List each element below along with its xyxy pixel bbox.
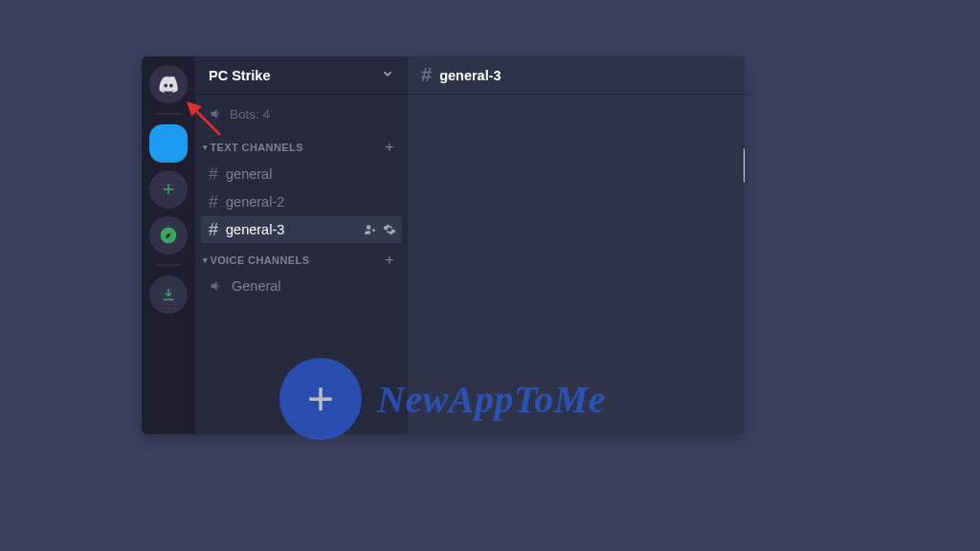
speaker-icon [209,278,224,294]
hash-icon: # [209,221,218,238]
channel-label: general [226,166,272,182]
channel-general[interactable]: # general [201,161,402,187]
rail-separator [155,113,182,115]
home-button[interactable] [149,65,188,103]
chevron-down-icon [381,67,394,83]
channel-sidebar: PC Strike Bots: 4 ▾ TEXT CHANNELS + # ge… [195,56,408,434]
invite-icon[interactable] [364,223,377,236]
add-channel-button[interactable]: + [385,252,394,269]
server-header[interactable]: PC Strike [195,56,408,95]
download-icon [160,286,177,303]
gear-icon[interactable] [383,223,396,236]
channel-general-3[interactable]: # general-3 [201,216,402,243]
server-icon-selected[interactable] [149,124,188,163]
chat-channel-name: general-3 [439,68,501,83]
caret-down-icon: ▾ [203,143,208,152]
rail-separator [155,264,182,266]
voice-channel-general[interactable]: General [201,274,402,298]
hash-icon: # [209,165,218,183]
discord-window: + PC Strike Bots: 4 ▾ TEXT CHANN [142,56,745,434]
previous-voice-label: Bots: 4 [230,107,270,121]
chat-area: # general-3 [408,56,745,434]
hash-icon: # [209,193,218,210]
channel-list: Bots: 4 ▾ TEXT CHANNELS + # general # ge… [195,95,408,434]
download-apps-button[interactable] [149,276,188,314]
server-rail: + [142,56,195,434]
explore-servers-button[interactable] [149,216,188,254]
plus-icon: + [163,177,175,202]
category-label: TEXT CHANNELS [210,142,302,153]
compass-icon [159,226,178,245]
window-resize-handle[interactable] [744,148,745,183]
caret-down-icon: ▾ [203,255,208,265]
server-name: PC Strike [209,68,270,83]
text-channel-category[interactable]: ▾ TEXT CHANNELS + [201,131,402,160]
add-channel-button[interactable]: + [385,139,394,156]
channel-label: General [232,278,281,294]
voice-channel-category[interactable]: ▾ VOICE CHANNELS + [201,244,402,273]
hash-icon: # [421,64,432,86]
add-server-button[interactable]: + [149,170,188,209]
channel-label: general-3 [226,222,284,237]
previous-voice-indicator[interactable]: Bots: 4 [201,102,402,131]
speaker-icon [209,106,224,121]
discord-icon [157,73,180,96]
channel-label: general-2 [226,194,284,209]
category-label: VOICE CHANNELS [210,254,309,266]
chat-body [408,95,745,434]
chat-header: # general-3 [408,56,745,95]
channel-general-2[interactable]: # general-2 [201,188,402,215]
